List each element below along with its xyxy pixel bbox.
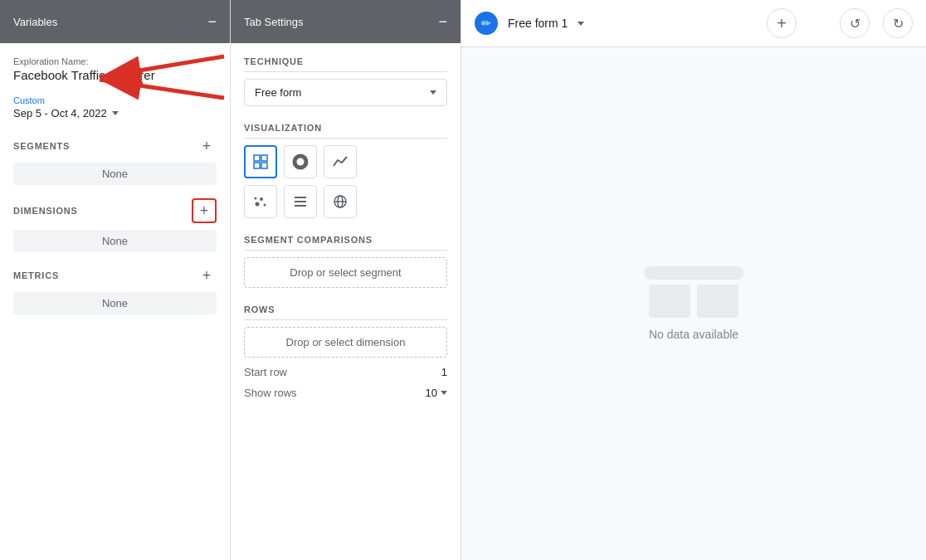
technique-dropdown[interactable]: Free form <box>244 79 447 106</box>
tab-badge: ✏ <box>475 12 498 35</box>
metrics-section: METRICS + None <box>13 265 217 314</box>
svg-point-12 <box>255 197 257 200</box>
variables-panel: Variables − Exploration Name: Facebook T… <box>0 0 231 560</box>
metrics-title: METRICS <box>13 270 59 280</box>
bar-chart-icon <box>292 193 309 210</box>
undo-button[interactable]: ↺ <box>840 8 870 38</box>
variables-header: Variables − <box>0 0 230 43</box>
redo-button[interactable]: ↻ <box>883 8 913 38</box>
start-row-value: 1 <box>441 366 447 378</box>
segments-header: SEGMENTS + <box>13 136 217 156</box>
no-data-bars-bottom <box>649 285 738 318</box>
show-rows-row: Show rows 10 <box>244 387 447 399</box>
add-metric-button[interactable]: + <box>197 265 217 285</box>
svg-point-9 <box>256 202 260 207</box>
technique-chevron-icon[interactable] <box>430 90 436 95</box>
dimensions-header: DIMENSIONS + <box>13 198 217 223</box>
segments-none: None <box>13 163 217 185</box>
technique-section: TECHNIQUE Free form <box>244 56 447 106</box>
drop-dimension-zone[interactable]: Drop or select dimension <box>244 327 447 358</box>
segment-comparisons-section: SEGMENT COMPARISONS Drop or select segme… <box>244 235 447 288</box>
visualization-grid <box>244 145 447 218</box>
date-value: Sep 5 - Oct 4, 2022 <box>13 107 107 119</box>
svg-point-11 <box>264 204 266 207</box>
date-range-section[interactable]: Custom Sep 5 - Oct 4, 2022 <box>13 95 217 119</box>
dimensions-title: DIMENSIONS <box>13 206 78 216</box>
date-chevron-icon[interactable] <box>112 111 119 115</box>
metrics-header: METRICS + <box>13 265 217 285</box>
show-rows-label: Show rows <box>244 387 297 399</box>
no-data-illustration <box>644 266 743 318</box>
svg-rect-6 <box>261 163 267 168</box>
donut-icon <box>292 153 309 170</box>
svg-rect-3 <box>254 155 260 161</box>
date-label: Custom <box>13 95 217 105</box>
visualization-label: VISUALIZATION <box>244 123 447 139</box>
metrics-none: None <box>13 292 217 314</box>
dimensions-section: DIMENSIONS + None <box>13 198 217 252</box>
rows-section: ROWS Drop or select dimension Start row … <box>244 304 447 399</box>
add-tab-button[interactable]: + <box>767 8 797 38</box>
svg-point-8 <box>298 159 303 164</box>
tab-settings-panel: Tab Settings − TECHNIQUE Free form VISUA… <box>231 0 461 560</box>
no-data-text: No data available <box>649 328 738 341</box>
viz-table-button[interactable] <box>244 145 277 178</box>
variables-content: Exploration Name: Facebook Traffic Explo… <box>0 43 230 560</box>
canvas-header: ✏ Free form 1 + ↺ ↻ <box>461 0 926 47</box>
drop-segment-zone[interactable]: Drop or select segment <box>244 257 447 288</box>
add-dimension-button[interactable]: + <box>192 198 217 223</box>
tab-edit-icon: ✏ <box>481 17 491 30</box>
svg-point-10 <box>260 197 263 201</box>
segments-title: SEGMENTS <box>13 141 70 151</box>
canvas-body: No data available <box>461 47 926 560</box>
canvas-panel: ✏ Free form 1 + ↺ ↻ No data available <box>461 0 926 560</box>
no-data-bar-top <box>644 266 743 280</box>
add-segment-button[interactable]: + <box>197 136 217 156</box>
tab-settings-header: Tab Settings − <box>231 0 461 43</box>
exploration-name-value: Facebook Traffic Explorer <box>13 68 217 82</box>
start-row-label: Start row <box>244 366 287 378</box>
geo-icon <box>332 193 348 210</box>
technique-label: TECHNIQUE <box>244 56 447 72</box>
tab-settings-minimize[interactable]: − <box>438 14 447 29</box>
viz-geo-button[interactable] <box>324 185 357 218</box>
variables-title: Variables <box>13 16 57 28</box>
segment-comparisons-label: SEGMENT COMPARISONS <box>244 235 447 251</box>
technique-value: Free form <box>255 86 301 99</box>
variables-minimize[interactable]: − <box>207 14 217 29</box>
show-rows-chevron-icon[interactable] <box>441 391 447 395</box>
no-data-bar-left <box>649 285 690 318</box>
show-rows-value: 10 <box>426 387 437 399</box>
dimensions-none: None <box>13 230 217 252</box>
table-icon <box>252 153 269 170</box>
no-data-bar-right <box>697 285 738 318</box>
segments-section: SEGMENTS + None <box>13 136 217 185</box>
viz-scatter-button[interactable] <box>244 185 277 218</box>
visualization-section: VISUALIZATION <box>244 123 447 218</box>
start-row-row: Start row 1 <box>244 366 447 378</box>
tab-chevron-icon[interactable] <box>578 22 584 26</box>
date-value-row[interactable]: Sep 5 - Oct 4, 2022 <box>13 107 217 119</box>
svg-rect-4 <box>261 155 267 161</box>
exploration-name-label: Exploration Name: <box>13 56 217 66</box>
viz-donut-button[interactable] <box>284 145 317 178</box>
rows-label: ROWS <box>244 304 447 320</box>
tab-name: Free form 1 <box>508 17 568 30</box>
viz-bar-button[interactable] <box>284 185 317 218</box>
tab-settings-content: TECHNIQUE Free form VISUALIZATION <box>231 43 461 560</box>
scatter-icon <box>252 193 269 210</box>
line-chart-icon <box>332 153 348 170</box>
tab-settings-title: Tab Settings <box>244 16 304 28</box>
show-rows-dropdown[interactable]: 10 <box>426 387 447 399</box>
viz-line-button[interactable] <box>324 145 357 178</box>
svg-rect-5 <box>254 163 260 168</box>
